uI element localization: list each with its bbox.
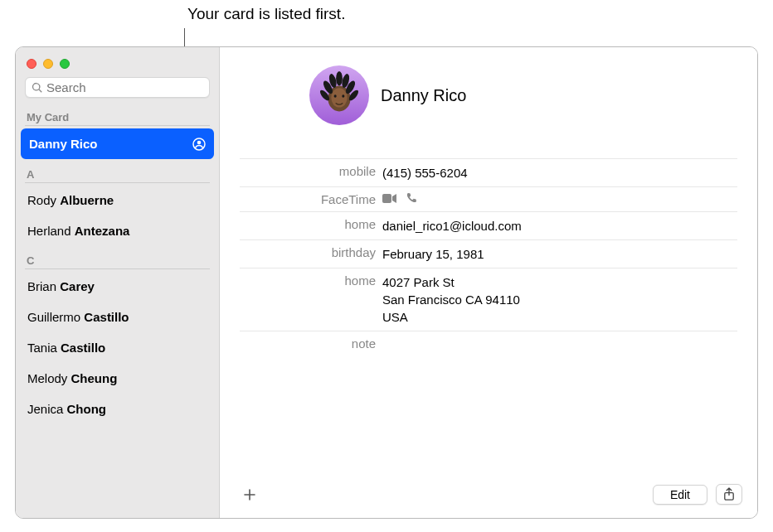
field-row-birthday[interactable]: birthday February 15, 1981	[240, 239, 737, 268]
field-label: birthday	[240, 245, 376, 259]
maximize-window-button[interactable]	[60, 59, 70, 69]
field-value: daniel_rico1@icloud.com	[382, 217, 522, 235]
minimize-window-button[interactable]	[43, 59, 53, 69]
section-divider	[25, 268, 210, 269]
share-icon	[723, 487, 735, 501]
contact-item[interactable]: Guillermo Castillo	[16, 302, 219, 332]
contact-first: Melody	[27, 371, 67, 385]
detail-body: mobile (415) 555-6204 FaceTime home dani…	[220, 158, 757, 474]
field-row-note[interactable]: note	[240, 331, 737, 355]
contact-item[interactable]: Tania Castillo	[16, 332, 219, 363]
contact-last: Antezana	[75, 224, 130, 238]
add-contact-button[interactable]	[235, 485, 265, 505]
contact-item[interactable]: Jenica Chong	[16, 394, 219, 424]
field-value	[382, 192, 417, 204]
svg-point-4	[334, 94, 337, 97]
section-divider	[25, 125, 210, 126]
contact-first: Jenica	[27, 402, 63, 416]
svg-rect-13	[382, 194, 391, 203]
contact-last: Albuerne	[60, 193, 114, 207]
field-label: note	[240, 336, 376, 351]
video-icon[interactable]	[382, 193, 397, 204]
contact-last: Carey	[60, 279, 95, 293]
contact-item[interactable]: Melody Cheung	[16, 363, 219, 394]
sidebar: My Card Danny Rico A Rody Albuerne Herla…	[16, 47, 220, 518]
contact-first: Herland	[27, 224, 71, 238]
contact-detail-pane: Danny Rico mobile (415) 555-6204 FaceTim…	[220, 47, 757, 518]
contact-last: Castillo	[84, 310, 129, 324]
contact-last: Chong	[67, 402, 106, 416]
contact-list: Danny Rico A Rody Albuerne Herland Antez…	[16, 128, 219, 518]
section-divider	[25, 182, 210, 183]
field-row-address[interactable]: home 4027 Park St San Francisco CA 94110…	[240, 268, 737, 331]
contacts-window: My Card Danny Rico A Rody Albuerne Herla…	[15, 46, 758, 519]
contact-first: Guillermo	[27, 310, 80, 324]
svg-point-5	[342, 94, 344, 97]
phone-icon[interactable]	[406, 192, 417, 204]
contact-item-my-card[interactable]: Danny Rico	[21, 128, 214, 159]
field-row-facetime[interactable]: FaceTime	[240, 186, 737, 211]
svg-point-1	[197, 140, 202, 144]
field-value: (415) 555-6204	[382, 164, 468, 181]
window-controls	[16, 47, 219, 77]
avatar[interactable]	[309, 65, 369, 125]
contact-last: Castillo	[61, 341, 105, 355]
contact-first: Brian	[27, 279, 56, 293]
section-header-c: C	[16, 246, 219, 268]
field-row-mobile[interactable]: mobile (415) 555-6204	[240, 158, 737, 186]
contact-item[interactable]: Herland Antezana	[16, 215, 219, 246]
share-button[interactable]	[716, 484, 742, 505]
contact-item[interactable]: Rody Albuerne	[16, 185, 219, 215]
svg-point-8	[336, 71, 343, 85]
field-label: home	[240, 273, 376, 288]
contact-first: Rody	[27, 193, 56, 207]
section-my-card: My Card	[16, 103, 219, 125]
contact-first: Tania	[27, 341, 57, 355]
search-icon	[32, 82, 43, 94]
plus-icon	[243, 488, 256, 501]
avatar-memoji-icon	[314, 70, 365, 121]
me-badge-icon	[192, 138, 206, 151]
contact-first: Danny	[29, 137, 67, 151]
contact-item[interactable]: Brian Carey	[16, 271, 219, 302]
search-field[interactable]	[25, 77, 210, 98]
contact-name: Danny Rico	[381, 86, 466, 105]
edit-button[interactable]: Edit	[653, 485, 707, 505]
section-header-a: A	[16, 160, 219, 182]
close-window-button[interactable]	[27, 59, 36, 69]
field-label: mobile	[240, 164, 376, 178]
field-value: February 15, 1981	[382, 245, 484, 263]
contact-last: Cheung	[71, 371, 118, 385]
contact-last: Rico	[70, 137, 98, 151]
detail-footer: Edit	[220, 474, 757, 518]
help-annotation: Your card is listed first.	[187, 5, 345, 23]
search-input[interactable]	[46, 80, 203, 94]
detail-header: Danny Rico	[220, 47, 757, 158]
field-label: home	[240, 217, 376, 231]
field-label: FaceTime	[240, 192, 376, 206]
field-value: 4027 Park St San Francisco CA 94110 USA	[382, 273, 520, 326]
field-row-email[interactable]: home daniel_rico1@icloud.com	[240, 211, 737, 239]
